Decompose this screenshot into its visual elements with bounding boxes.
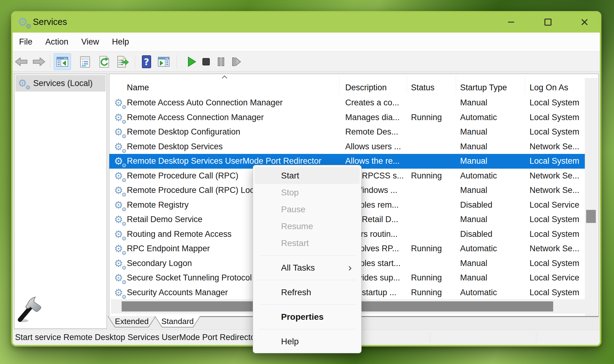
status-text: Start service Remote Desktop Services Us… — [15, 330, 258, 345]
service-log-on-as: Local System — [530, 110, 579, 125]
stop-service-icon[interactable] — [199, 55, 213, 68]
service-startup-type: Disabled — [460, 198, 492, 213]
menu-item-action[interactable]: Action — [45, 37, 68, 47]
service-status: Running — [411, 241, 442, 256]
column-header-name[interactable]: Name — [127, 83, 149, 92]
service-gear-icon: ⚙⚙ — [114, 97, 125, 108]
service-name: Remote Registry — [127, 198, 189, 213]
title-bar[interactable]: ⚙⚙ Services — [13, 13, 600, 33]
close-button[interactable] — [578, 15, 591, 29]
status-bar-divider — [430, 332, 430, 343]
context-menu-label: Restart — [281, 238, 309, 248]
service-startup-type: Manual — [460, 256, 487, 271]
context-menu: StartStopPauseResumeRestartAll Tasks›Ref… — [253, 165, 362, 353]
export-list-icon[interactable] — [116, 55, 129, 68]
service-startup-type: Disabled — [460, 227, 492, 242]
restart-service-icon[interactable] — [229, 55, 242, 68]
service-row-remote-desktop-services[interactable]: ⚙⚙Remote Desktop ServicesAllows users ..… — [109, 139, 585, 154]
context-menu-item-refresh[interactable]: Refresh — [255, 284, 360, 301]
context-menu-item-resume: Resume — [255, 218, 360, 235]
services-app-icon: ⚙⚙ — [18, 16, 30, 28]
service-row-remote-access-auto-connection-manager[interactable]: ⚙⚙Remote Access Auto Connection ManagerC… — [109, 96, 585, 110]
hammer-cursor-icon — [15, 295, 43, 323]
menu-item-help[interactable]: Help — [112, 37, 129, 47]
service-name: Remote Desktop Services — [127, 139, 223, 154]
context-menu-separator — [258, 280, 356, 280]
service-description: Creates a co... — [345, 96, 399, 110]
service-log-on-as: Local System — [530, 227, 579, 242]
service-gear-icon: ⚙⚙ — [114, 185, 125, 196]
sidebar-item-label: Services (Local) — [33, 79, 93, 88]
service-startup-type: Manual — [460, 183, 487, 198]
service-gear-icon: ⚙⚙ — [114, 200, 125, 211]
forward-icon[interactable] — [32, 55, 46, 68]
service-startup-type: Manual — [460, 212, 487, 227]
context-menu-item-properties[interactable]: Properties — [255, 308, 360, 325]
column-header-status[interactable]: Status — [411, 83, 435, 92]
service-startup-type: Automatic — [460, 110, 497, 125]
properties-icon[interactable] — [78, 55, 92, 68]
column-header-description[interactable]: Description — [345, 83, 387, 92]
tab-standard[interactable]: Standard — [154, 316, 201, 327]
service-name: Routing and Remote Access — [127, 227, 232, 242]
service-row-remote-desktop-configuration[interactable]: ⚙⚙Remote Desktop ConfigurationRemote Des… — [109, 125, 585, 139]
context-menu-separator — [258, 255, 356, 256]
context-menu-label: Help — [281, 337, 299, 346]
column-header-startup-type[interactable]: Startup Type — [460, 83, 507, 92]
service-description: Manages dia... — [345, 110, 400, 125]
column-header-log-on-as[interactable]: Log On As — [530, 83, 568, 92]
column-divider[interactable] — [339, 75, 339, 94]
submenu-arrow-icon: › — [348, 259, 352, 276]
tab-extended[interactable]: Extended — [108, 316, 156, 327]
toolbar: ? — [13, 52, 600, 72]
service-name: Remote Access Connection Manager — [127, 110, 264, 125]
status-bar-divider — [536, 332, 536, 343]
window-title: Services — [33, 17, 67, 27]
column-divider[interactable] — [407, 75, 407, 94]
service-gear-icon: ⚙⚙ — [114, 243, 125, 254]
service-name: Remote Access Auto Connection Manager — [127, 96, 283, 110]
vertical-scrollbar[interactable] — [585, 78, 598, 316]
service-row-remote-access-connection-manager[interactable]: ⚙⚙Remote Access Connection ManagerManage… — [109, 110, 585, 125]
column-divider[interactable] — [525, 75, 525, 94]
service-gear-icon: ⚙⚙ — [114, 272, 125, 284]
service-log-on-as: Network Se... — [530, 139, 579, 154]
minimize-button[interactable] — [504, 15, 518, 29]
refresh-icon[interactable] — [97, 55, 111, 68]
context-menu-item-restart: Restart — [255, 235, 360, 252]
menu-item-file[interactable]: File — [19, 37, 33, 47]
back-icon[interactable] — [14, 55, 28, 68]
sidebar-item-services-local[interactable]: ⚙⚙ Services (Local) — [15, 75, 106, 92]
service-name: Security Accounts Manager — [127, 285, 228, 300]
show-action-pane-icon[interactable] — [157, 55, 170, 68]
show-console-tree-icon[interactable] — [54, 53, 71, 70]
toolbar-separator — [177, 55, 177, 68]
menu-item-view[interactable]: View — [81, 37, 99, 47]
vertical-scrollbar-thumb[interactable] — [586, 210, 596, 223]
desktop-background: { "window": { "title": "Services", "cont… — [0, 0, 614, 364]
service-name: RPC Endpoint Mapper — [127, 241, 210, 256]
context-menu-item-all-tasks[interactable]: All Tasks› — [255, 259, 360, 276]
context-menu-label: All Tasks — [281, 263, 315, 272]
tab-label: Standard — [154, 316, 201, 327]
maximize-button[interactable] — [541, 15, 555, 29]
start-service-icon[interactable] — [185, 55, 198, 68]
context-menu-separator — [258, 304, 356, 305]
service-gear-icon: ⚙⚙ — [114, 258, 125, 269]
service-startup-type: Automatic — [460, 285, 497, 300]
column-divider[interactable] — [456, 75, 456, 94]
toolbar-separator — [135, 55, 135, 68]
service-description: Remote Des... — [345, 125, 398, 139]
list-header: NameDescriptionStatusStartup TypeLog On … — [109, 74, 598, 96]
context-menu-item-start[interactable]: Start — [255, 167, 360, 184]
pause-service-icon[interactable] — [214, 55, 228, 68]
service-status: Running — [411, 169, 442, 183]
tab-label: Extended — [108, 316, 156, 327]
context-menu-item-help[interactable]: Help — [255, 333, 360, 350]
toolbar-separator — [50, 55, 50, 68]
service-log-on-as: Local System — [530, 154, 579, 169]
service-description: Allows users ... — [345, 139, 401, 154]
service-gear-icon: ⚙⚙ — [114, 127, 125, 138]
service-gear-icon: ⚙⚙ — [114, 287, 125, 298]
help-icon[interactable]: ? — [140, 55, 153, 68]
